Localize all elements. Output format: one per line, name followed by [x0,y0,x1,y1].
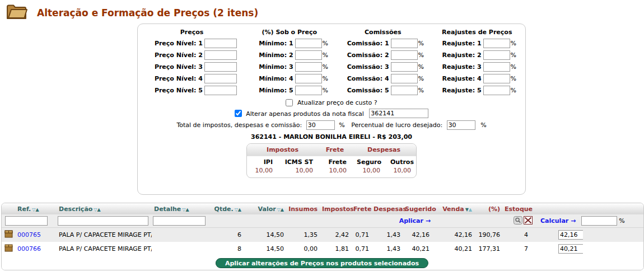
price-form-panel: Preços Preço Nível: 1 Preço Nível: 2 Pre… [137,24,526,195]
venda-cell: 40,21 [432,242,474,256]
reajuste-3-label: Reajuste: 3 [438,63,482,71]
minimo-2-label: Mínimo: 2 [251,52,293,59]
mini-header-outros: Outros [385,156,416,166]
column-header-estoque: Estoque [502,203,534,214]
insumos-cell: 1,35 [286,228,320,242]
reajuste-3-input[interactable] [483,62,510,72]
calcular-link[interactable]: Calcular → [540,217,576,224]
despesas-cell: 1,43 [371,242,403,256]
pct-cell: 190,76 [474,228,502,242]
reajuste-4-label: Reajuste: 4 [438,75,482,82]
reajuste-2-input[interactable] [483,50,510,60]
percent-sign: % [511,52,516,59]
preco-nivel-5-input[interactable] [204,86,237,95]
ref-link[interactable]: 000765 [17,231,41,238]
minimo-5-input[interactable] [295,86,322,95]
minimo-3-input[interactable] [295,62,322,72]
minimo-5-label: Mínimo: 5 [251,87,293,94]
sort-asc-icon[interactable]: ▲ [469,207,472,212]
despesas-cell: 1,43 [371,228,403,242]
aplicar-link[interactable]: Aplicar → [399,217,431,224]
comissao-4-input[interactable] [391,74,418,83]
column-header-descricao[interactable]: Descrição▽▲ [57,203,152,214]
folder-icon [6,2,28,22]
sort-asc-icon[interactable]: ▲ [35,207,39,212]
sugerido-cell: 42,16 [403,228,432,242]
preco-nivel-1-input[interactable] [204,39,237,48]
novo-preco-input[interactable] [558,244,583,254]
group-reajustes-header: Reajustes de Preços [438,29,516,36]
minimo-1-input[interactable] [295,39,322,48]
costs-mini-table: Impostos Frete Despesas IPI ICMS ST Fret… [246,143,417,178]
taxes-total-input[interactable] [306,120,335,130]
magnifier-icon[interactable] [514,216,522,226]
novo-preco-input[interactable] [558,230,583,240]
sort-asc-icon[interactable]: ▲ [186,207,189,212]
nf-filter-row: Alterar apenas produtos da nota fiscal [147,109,516,118]
profit-input[interactable] [447,120,475,130]
apply-changes-button[interactable]: Aplicar alterações de Preços nos produto… [216,258,428,268]
mini-header-icms-st: ICMS ST [278,156,318,166]
insumos-cell: 0,00 [286,242,320,256]
reajuste-1-input[interactable] [483,39,510,48]
column-header-valor[interactable]: Valor▽▲ [244,203,286,214]
product-icon-cell [2,242,15,256]
comissao-5-input[interactable] [391,86,418,95]
detalhe-filter-input[interactable] [153,216,206,226]
preco-nivel-3-input[interactable] [204,62,237,72]
x-icon[interactable] [524,216,533,226]
ref-link[interactable]: 000766 [17,245,41,252]
comissao-3-input[interactable] [391,62,418,72]
group-precos-header: Preços [147,29,237,36]
column-header-venda[interactable]: Venda▼▲ [432,203,474,214]
detalhe-filter-cell [152,214,208,228]
nf-number-input[interactable] [369,109,428,118]
totals-row: Total de impostos, despesas e comissão: … [147,120,516,130]
novo-preco-cell [534,228,583,242]
product-icon-cell [2,228,15,242]
preco-nivel-4-label: Preço Nível: 4 [147,75,203,82]
sort-asc-icon[interactable]: ▲ [238,207,241,212]
invoice-summary: 362141 - MARLON BONILHA EIRELI - R$ 203,… [147,133,516,141]
venda-cell: 42,16 [432,228,474,242]
reajuste-5-input[interactable] [483,86,510,95]
column-header-ref[interactable]: Ref.▽▲ [15,203,57,214]
preco-nivel-2-input[interactable] [204,50,237,60]
percent-sign: % [418,75,424,82]
column-header-qtde[interactable]: Qtde.▽▲ [208,203,244,214]
descricao-cell: PALA P/ CAPACETE MIRAGE PT/VM [57,242,152,256]
minimo-2-input[interactable] [295,50,322,60]
group-comissoes-header: Comissões [342,29,424,36]
comissao-2-input[interactable] [391,50,418,60]
table-row: 000766 PALA P/ CAPACETE MIRAGE PT/VM 8 1… [2,242,643,256]
nf-filter-label: Alterar apenas produtos da nota fiscal [246,110,364,117]
package-icon [4,246,13,254]
percent-sign: % [418,52,424,59]
descricao-cell: PALA P/ CAPACETE MIRAGE PT/BC [57,228,152,242]
preco-nivel-4-input[interactable] [204,74,237,83]
selection-tools-cell [502,214,534,228]
sort-asc-icon[interactable]: ▲ [97,207,101,212]
percent-sign: % [511,40,516,47]
calcular-percent-input[interactable] [581,216,617,226]
sort-asc-icon[interactable]: ▲ [281,207,284,212]
sugerido-cell: 40,21 [403,242,432,256]
column-header-pct: (%) [474,203,502,214]
group-minimos-header: (%) Sob o Preço [251,29,328,36]
group-comissoes: Comissões Comissão: 1% Comissão: 2% Comi… [342,29,424,96]
ref-cell: 000765 [15,228,57,242]
comissao-1-input[interactable] [391,39,418,48]
descricao-filter-input[interactable] [58,216,148,226]
mini-group-impostos: Impostos [247,144,318,156]
column-header-detalhe[interactable]: Detalhe▽▲ [152,203,208,214]
valor-cell: 14,50 [244,242,286,256]
update-cost-checkbox[interactable] [286,99,293,106]
ref-filter-input[interactable] [5,216,48,226]
reajuste-4-input[interactable] [483,74,510,83]
minimo-4-input[interactable] [295,74,322,83]
percent-sign: % [480,121,486,129]
update-cost-label: Atualizar preço de custo ? [297,99,377,106]
nf-filter-checkbox[interactable] [235,110,242,117]
percent-sign: % [339,121,344,129]
page-title: Alteração e Formação de Preços (2 itens) [37,7,258,18]
